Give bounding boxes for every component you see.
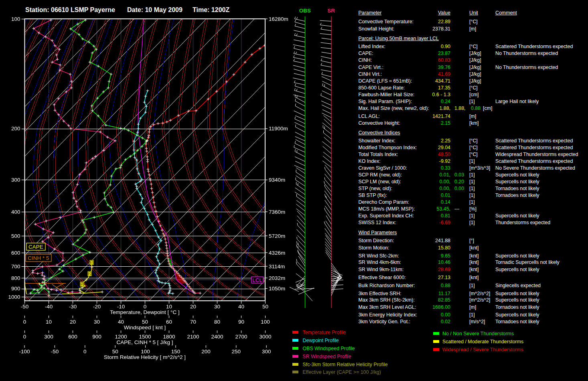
svg-text:0: 0 bbox=[23, 334, 26, 340]
svg-text:1000: 1000 bbox=[8, 294, 20, 300]
svg-text:900: 900 bbox=[11, 286, 20, 292]
svg-text:2700: 2700 bbox=[235, 334, 247, 340]
svg-text:-50: -50 bbox=[21, 304, 29, 310]
svg-text:-50: -50 bbox=[51, 349, 59, 355]
svg-text:CINH * 5: CINH * 5 bbox=[28, 255, 49, 261]
svg-text:200: 200 bbox=[201, 349, 211, 355]
svg-text:700: 700 bbox=[11, 263, 20, 270]
svg-text:70: 70 bbox=[190, 319, 196, 325]
svg-text:SR: SR bbox=[328, 8, 335, 14]
svg-text:-30: -30 bbox=[69, 304, 77, 310]
svg-text:2400: 2400 bbox=[211, 334, 223, 340]
svg-text:20: 20 bbox=[190, 304, 196, 310]
svg-text:OBS: OBS bbox=[299, 8, 311, 14]
svg-text:7360m: 7360m bbox=[269, 209, 285, 215]
svg-text:600: 600 bbox=[11, 250, 20, 256]
svg-text:100: 100 bbox=[141, 349, 150, 355]
svg-text:1200: 1200 bbox=[115, 334, 127, 340]
svg-text:0: 0 bbox=[144, 304, 147, 310]
svg-text:1800: 1800 bbox=[163, 334, 175, 340]
svg-text:900: 900 bbox=[92, 334, 101, 340]
svg-text:5720m: 5720m bbox=[269, 233, 285, 239]
svg-text:500: 500 bbox=[11, 233, 20, 239]
svg-text:50: 50 bbox=[142, 319, 148, 325]
svg-text:1: 1 bbox=[81, 282, 83, 287]
svg-text:100: 100 bbox=[261, 319, 270, 325]
svg-text:100: 100 bbox=[11, 16, 20, 22]
svg-text:10: 10 bbox=[46, 319, 52, 325]
svg-text:30: 30 bbox=[214, 304, 220, 310]
svg-text:CAPE: CAPE bbox=[28, 244, 43, 250]
svg-text:800: 800 bbox=[11, 275, 20, 281]
svg-text:2100: 2100 bbox=[187, 334, 199, 340]
svg-text:80: 80 bbox=[214, 319, 220, 325]
svg-text:60: 60 bbox=[166, 319, 172, 325]
svg-text:Temperature, Dewpoint [ °C ]: Temperature, Dewpoint [ °C ] bbox=[110, 309, 179, 315]
svg-text:50: 50 bbox=[112, 349, 118, 355]
svg-text:-40: -40 bbox=[45, 304, 53, 310]
svg-text:200: 200 bbox=[11, 126, 20, 132]
svg-text:600: 600 bbox=[68, 334, 77, 340]
svg-text:40: 40 bbox=[118, 319, 124, 325]
svg-text:90: 90 bbox=[238, 319, 244, 325]
svg-text:300: 300 bbox=[44, 334, 53, 340]
svg-text:CAPE, CINH * 5 [ J/kg ]: CAPE, CINH * 5 [ J/kg ] bbox=[116, 339, 173, 345]
svg-text:16280m: 16280m bbox=[269, 16, 288, 22]
svg-text:0: 0 bbox=[83, 349, 87, 355]
svg-text:3: 3 bbox=[91, 260, 93, 265]
svg-text:40: 40 bbox=[238, 304, 244, 310]
svg-text:LCL: LCL bbox=[253, 277, 262, 283]
svg-text:0: 0 bbox=[23, 319, 26, 325]
svg-text:9340m: 9340m bbox=[269, 177, 285, 183]
svg-text:150: 150 bbox=[171, 349, 180, 355]
svg-text:300: 300 bbox=[262, 349, 271, 355]
svg-text:400: 400 bbox=[11, 209, 20, 215]
svg-text:11900m: 11900m bbox=[269, 126, 288, 132]
svg-text:1050m: 1050m bbox=[269, 286, 285, 292]
svg-text:250: 250 bbox=[232, 349, 241, 355]
svg-text:1500: 1500 bbox=[139, 334, 151, 340]
svg-text:30: 30 bbox=[94, 319, 100, 325]
svg-text:-20: -20 bbox=[93, 304, 101, 310]
svg-text:-100: -100 bbox=[19, 349, 30, 355]
svg-text:2: 2 bbox=[89, 272, 91, 276]
svg-text:Windspeed [ knt ]: Windspeed [ knt ] bbox=[124, 324, 166, 330]
svg-text:Storm Relative Helicity [ m^2: Storm Relative Helicity [ m^2/s^2 ] bbox=[104, 354, 186, 360]
svg-text:50: 50 bbox=[262, 304, 268, 310]
svg-text:300: 300 bbox=[11, 177, 20, 183]
svg-text:10: 10 bbox=[166, 304, 172, 310]
svg-text:3114m: 3114m bbox=[269, 263, 285, 270]
svg-text:20: 20 bbox=[70, 319, 76, 325]
svg-text:4326m: 4326m bbox=[269, 250, 285, 256]
svg-text:-10: -10 bbox=[117, 304, 125, 310]
svg-text:2032m: 2032m bbox=[269, 275, 285, 281]
svg-text:3000: 3000 bbox=[259, 334, 271, 340]
